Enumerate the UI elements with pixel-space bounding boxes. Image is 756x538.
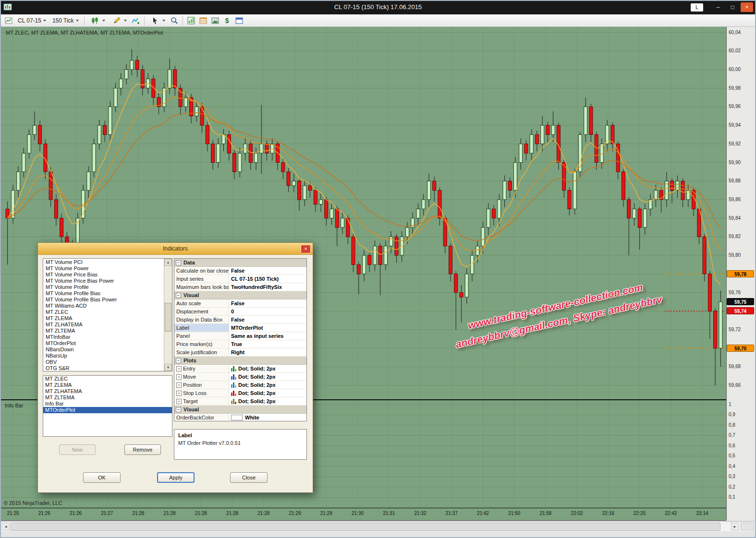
interval-selector[interactable]: 150 Tick [50,16,81,25]
collapse-icon[interactable]: − [176,293,181,298]
property-row[interactable]: Scale justificationRight [174,348,306,357]
snapshot-icon[interactable] [210,15,220,26]
list-scrollbar[interactable]: ▲ ▼ [164,259,172,371]
property-row[interactable]: Display in Data BoxFalse [174,316,306,324]
scrollbar-thumb[interactable] [165,303,171,332]
property-row[interactable]: Maximum bars look baTwoHundredFiftySix [174,283,306,291]
property-value[interactable]: False [229,267,306,275]
remove-button[interactable]: Remove [124,444,161,455]
link-button[interactable]: L [691,3,703,12]
price-axis[interactable] [726,27,756,520]
available-indicator-item[interactable]: MTOrderPlot [44,340,164,347]
scroll-right-icon[interactable]: ► [731,523,739,530]
property-section[interactable]: −Plots [174,357,306,365]
property-value[interactable]: Dot; Solid; 2px [229,389,306,397]
available-indicator-item[interactable]: OTG S&R [44,365,164,371]
expand-icon[interactable]: + [176,374,182,380]
new-button[interactable]: New [59,444,96,455]
property-row[interactable]: +Stop LossDot; Solid; 2px [174,389,306,397]
property-value[interactable]: Dot; Solid; 2px [229,397,306,405]
property-value[interactable]: CL 07-15 (150 Tick) [229,275,306,283]
property-value[interactable]: Right [229,348,306,356]
property-value[interactable]: MTOrderPlot [229,324,306,332]
configured-indicator-item[interactable]: MT ZLEC [43,376,172,382]
collapse-icon[interactable]: − [176,260,181,265]
available-indicator-item[interactable]: MT ZLHATEMA [44,322,164,328]
scrollbar-grip[interactable] [741,523,754,530]
property-value[interactable]: Dot; Solid; 2px [229,365,306,372]
scrollbar-thumb[interactable] [11,523,720,531]
scroll-down-icon[interactable]: ▼ [164,364,172,371]
property-value[interactable]: TwoHundredFiftySix [229,283,306,291]
property-row[interactable]: +MoveDot; Solid; 2px [174,373,306,381]
expand-icon[interactable]: + [176,391,182,396]
configured-indicator-item[interactable]: Info Bar [43,401,172,407]
chart-panel-icon[interactable] [3,15,14,26]
available-indicator-item[interactable]: MT ZLEMA [44,315,164,322]
properties-grid[interactable]: −DataCalculate on bar closeFalseInput se… [174,258,307,421]
available-indicators-list[interactable]: MT Volume PCIMT Volume PowerMT Volume Pr… [43,258,172,371]
window-icon[interactable] [234,15,244,26]
available-indicator-item[interactable]: MT Volume Profile [44,284,164,290]
available-indicator-item[interactable]: MT Volume Profile Bias Power [44,297,164,303]
available-indicator-item[interactable]: MT Volume Price Bias Power [44,278,164,284]
expand-icon[interactable]: + [176,366,182,371]
available-indicator-item[interactable]: MT Williams ACD [44,303,164,309]
close-button[interactable]: × [741,2,753,12]
property-row[interactable]: +EntryDot; Solid; 2px [174,365,306,373]
expand-icon[interactable]: + [176,399,182,404]
chart-style-selector[interactable] [87,14,108,27]
configured-indicator-item[interactable]: MT ZLTEMA [43,395,172,401]
available-indicator-item[interactable]: MT Volume Power [44,265,164,272]
property-row[interactable]: Input seriesCL 07-15 (150 Tick) [174,275,306,283]
property-value[interactable]: Dot; Solid; 2px [229,373,306,381]
dialog-title-bar[interactable]: Indicators × [38,243,313,255]
expand-icon[interactable]: + [176,383,182,388]
available-indicator-item[interactable]: MT ZLEC [44,309,164,315]
property-section[interactable]: −Visual [174,406,306,414]
configured-indicator-item[interactable]: MTOrderPlot [43,407,172,413]
property-row[interactable]: Displacement0 [174,308,306,316]
minimize-button[interactable]: – [712,2,724,12]
property-row[interactable]: Price marker(s)True [174,340,306,348]
market-analyzer-icon[interactable] [186,15,196,26]
property-value[interactable]: False [229,316,306,323]
property-value[interactable]: 0 [229,308,306,315]
cursor-tool-selector[interactable] [147,14,168,27]
property-section[interactable]: −Data [174,259,306,267]
property-value[interactable]: True [229,340,306,348]
drawing-tools-selector[interactable] [109,14,129,27]
property-row[interactable]: Calculate on bar closeFalse [174,267,306,275]
collapse-icon[interactable]: − [176,407,181,412]
zoom-icon[interactable] [169,15,180,26]
available-indicator-item[interactable]: NBarsDown [44,347,164,353]
dialog-close-button[interactable]: Close [230,472,268,483]
ok-button[interactable]: OK [83,472,121,483]
available-indicator-item[interactable]: OBV [44,359,164,365]
dollar-icon[interactable]: $ [222,15,232,26]
available-indicator-item[interactable]: NBarsUp [44,353,164,359]
available-indicator-item[interactable]: MT Volume PCI [44,259,164,265]
property-row[interactable]: OrderBackColorWhite [174,414,306,421]
instrument-selector[interactable]: CL 07-15 [15,16,49,25]
dialog-close-icon[interactable]: × [301,245,311,253]
indicator-icon[interactable] [131,15,141,26]
scroll-up-icon[interactable]: ▲ [164,259,172,266]
maximize-button[interactable]: □ [726,2,739,12]
property-row[interactable]: PanelSame as input series [174,332,306,340]
available-indicator-item[interactable]: MT Volume Price Bias [44,272,164,278]
horizontal-scrollbar[interactable]: ◄ ► [1,521,755,531]
property-row[interactable]: LabelMTOrderPlot [174,324,306,332]
data-grid-icon[interactable] [198,15,208,26]
configured-indicator-item[interactable]: MT ZLEMA [43,382,172,388]
property-row[interactable]: +TargetDot; Solid; 2px [174,397,306,406]
property-value[interactable]: Same as input series [229,332,306,340]
collapse-icon[interactable]: − [176,358,181,363]
property-value[interactable]: Dot; Solid; 2px [229,381,306,389]
property-row[interactable]: Auto scaleFalse [174,299,306,308]
configured-indicator-item[interactable]: MT ZLHATEMA [43,388,172,395]
available-indicator-item[interactable]: MT ZLTEMA [44,328,164,334]
configured-indicators-list[interactable]: MT ZLECMT ZLEMAMT ZLHATEMAMT ZLTEMAInfo … [43,375,172,437]
time-axis[interactable] [1,508,726,521]
available-indicator-item[interactable]: MTInfoBar [44,334,164,340]
